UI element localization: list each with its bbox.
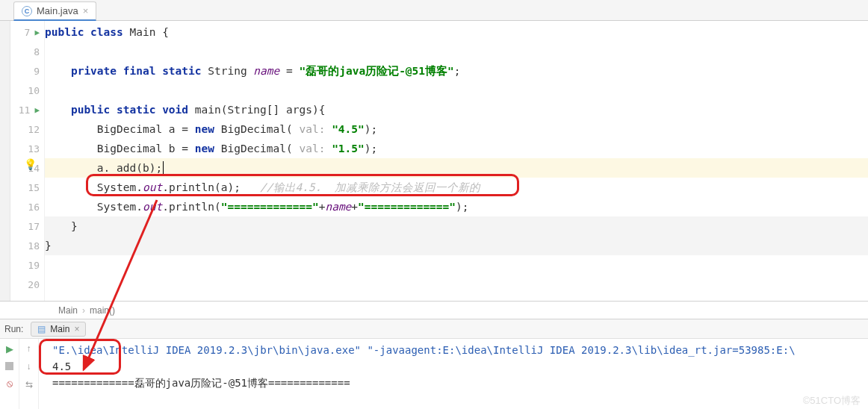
line-number: 13	[28, 143, 40, 154]
code-line-current: a. add(b);	[45, 158, 868, 178]
line-number: 9	[34, 66, 40, 77]
close-icon[interactable]: ×	[74, 324, 79, 334]
breadcrumb-item[interactable]: main()	[90, 305, 115, 316]
down-icon[interactable]: ↓	[27, 361, 31, 372]
code-line: public class Main {	[45, 22, 868, 42]
watermark: ©51CTO博客	[803, 394, 861, 408]
console-line: =============磊哥的java历险记-@51博客===========…	[52, 375, 868, 391]
run-side-toolbar: ↑ ↓ ⇆	[19, 339, 39, 409]
code-line: BigDecimal a = new BigDecimal( val: "4.5…	[45, 119, 868, 139]
java-file-icon: C	[22, 6, 32, 16]
line-number: 7	[25, 27, 31, 38]
code-line	[45, 255, 868, 275]
code-line: private final static String name = "磊哥的j…	[45, 61, 868, 81]
console-line: "E.\idea\IntelliJ IDEA 2019.2.3\jbr\bin\…	[52, 342, 868, 358]
run-header: Run: ▤ Main ×	[0, 319, 868, 339]
run-config-tab[interactable]: ▤ Main ×	[31, 322, 86, 337]
exit-icon[interactable]: ⦸	[7, 378, 13, 390]
run-title: Run:	[4, 324, 23, 334]
code-editor[interactable]: 7▶ 8 9 10 11▶ 12 13 14 15 16 17 18 19 20…	[0, 21, 868, 302]
wrap-icon[interactable]: ⇆	[25, 379, 33, 390]
line-number: 20	[28, 279, 40, 290]
code-line: public static void main(String[] args){	[45, 100, 868, 119]
line-number: 11	[19, 104, 31, 116]
line-number: 12	[28, 124, 40, 135]
line-number: 16	[28, 202, 40, 213]
line-number: 17	[28, 221, 40, 232]
run-gutter-icon[interactable]: ▶	[34, 105, 40, 115]
breadcrumb-item[interactable]: Main	[58, 305, 78, 316]
line-number: 19	[28, 260, 40, 271]
close-icon[interactable]: ×	[83, 6, 89, 16]
code-line: BigDecimal b = new BigDecimal( val: "1.5…	[45, 139, 868, 158]
editor-tabbar: C Main.java ×	[0, 0, 868, 21]
run-config-label: Main	[50, 324, 69, 334]
lightbulb-icon[interactable]: 💡	[24, 158, 37, 170]
rerun-icon[interactable]: ▶	[6, 343, 13, 355]
code-area[interactable]: 💡 public class Main { private final stat…	[45, 21, 868, 301]
code-line: System.out.println(a); //输出4.5. 加减乘除方法会返…	[45, 178, 868, 197]
stop-icon[interactable]	[5, 362, 13, 370]
code-line	[45, 275, 868, 294]
breadcrumb: Main › main()	[0, 302, 868, 319]
line-number: 18	[28, 240, 40, 252]
run-gutter-icon[interactable]: ▶	[34, 28, 40, 37]
run-tool-window: Run: ▤ Main × ▶ ⦸ ↑ ↓ ⇆ "E.\idea\Intelli…	[0, 319, 868, 409]
line-number: 15	[28, 182, 40, 193]
run-config-icon: ▤	[37, 324, 46, 334]
tab-filename: Main.java	[37, 5, 78, 16]
chevron-right-icon: ›	[82, 305, 85, 316]
console-line: 4.5	[52, 358, 868, 375]
code-line: }	[45, 216, 868, 236]
code-line	[45, 81, 868, 100]
run-toolbar: ▶ ⦸	[0, 339, 19, 409]
left-margin	[0, 21, 10, 301]
code-line: System.out.println("============="+name+…	[45, 197, 868, 216]
code-line: }	[45, 236, 868, 255]
line-number: 8	[34, 46, 40, 57]
up-icon[interactable]: ↑	[27, 343, 31, 354]
editor-tab-main-java[interactable]: C Main.java ×	[13, 1, 96, 21]
console-output[interactable]: "E.\idea\IntelliJ IDEA 2019.2.3\jbr\bin\…	[39, 339, 868, 409]
code-line	[45, 42, 868, 61]
caret	[163, 161, 164, 175]
line-number: 10	[28, 85, 40, 96]
